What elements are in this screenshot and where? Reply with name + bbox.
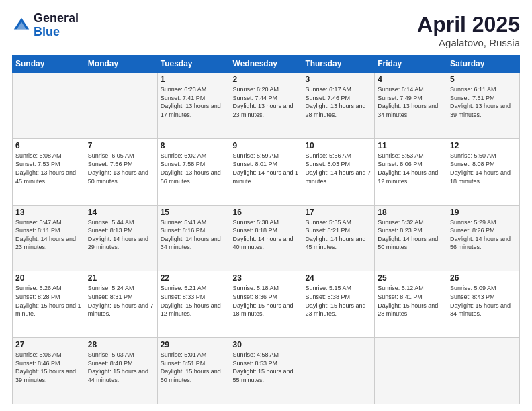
week-row-1: 1Sunrise: 6:23 AM Sunset: 7:41 PM Daylig… xyxy=(13,73,520,139)
day-number: 6 xyxy=(15,141,82,150)
day-number: 27 xyxy=(15,340,82,349)
day-info: Sunrise: 5:09 AM Sunset: 8:43 PM Dayligh… xyxy=(450,284,517,318)
calendar-cell: 13Sunrise: 5:47 AM Sunset: 8:11 PM Dayli… xyxy=(13,205,85,271)
day-info: Sunrise: 6:02 AM Sunset: 7:58 PM Dayligh… xyxy=(161,152,227,185)
calendar-cell xyxy=(375,338,447,404)
day-number: 29 xyxy=(161,340,227,349)
day-info: Sunrise: 5:03 AM Sunset: 8:48 PM Dayligh… xyxy=(88,351,154,384)
day-info: Sunrise: 6:05 AM Sunset: 7:56 PM Dayligh… xyxy=(88,152,154,185)
col-wednesday: Wednesday xyxy=(230,56,302,73)
calendar-cell xyxy=(302,338,375,404)
calendar-cell: 5Sunrise: 6:11 AM Sunset: 7:51 PM Daylig… xyxy=(447,73,520,139)
day-info: Sunrise: 5:06 AM Sunset: 8:46 PM Dayligh… xyxy=(15,351,82,384)
day-number: 16 xyxy=(233,208,300,217)
calendar-cell: 2Sunrise: 6:20 AM Sunset: 7:44 PM Daylig… xyxy=(230,73,302,139)
calendar-cell: 7Sunrise: 6:05 AM Sunset: 7:56 PM Daylig… xyxy=(85,138,157,205)
calendar-cell: 30Sunrise: 4:58 AM Sunset: 8:53 PM Dayli… xyxy=(230,338,302,404)
calendar-cell: 25Sunrise: 5:12 AM Sunset: 8:41 PM Dayli… xyxy=(375,271,447,338)
calendar-cell: 9Sunrise: 5:59 AM Sunset: 8:01 PM Daylig… xyxy=(230,138,302,205)
day-info: Sunrise: 5:26 AM Sunset: 8:28 PM Dayligh… xyxy=(15,284,82,318)
calendar-cell: 23Sunrise: 5:18 AM Sunset: 8:36 PM Dayli… xyxy=(230,271,302,338)
day-info: Sunrise: 6:23 AM Sunset: 7:41 PM Dayligh… xyxy=(161,85,227,119)
day-number: 8 xyxy=(161,141,227,150)
calendar-cell: 18Sunrise: 5:32 AM Sunset: 8:23 PM Dayli… xyxy=(375,205,447,271)
day-info: Sunrise: 5:12 AM Sunset: 8:41 PM Dayligh… xyxy=(378,284,444,318)
day-number: 19 xyxy=(450,208,517,217)
day-number: 2 xyxy=(233,75,300,84)
day-info: Sunrise: 6:08 AM Sunset: 7:53 PM Dayligh… xyxy=(15,152,82,185)
logo-general: General xyxy=(34,11,79,25)
page: General Blue April 2025 Agalatovo, Russi… xyxy=(0,0,532,411)
day-number: 14 xyxy=(88,208,154,217)
week-row-2: 6Sunrise: 6:08 AM Sunset: 7:53 PM Daylig… xyxy=(13,138,520,205)
calendar-header-row: Sunday Monday Tuesday Wednesday Thursday… xyxy=(13,56,520,73)
day-info: Sunrise: 5:24 AM Sunset: 8:31 PM Dayligh… xyxy=(88,284,154,318)
day-number: 28 xyxy=(88,340,154,349)
day-number: 11 xyxy=(378,141,444,150)
day-number: 5 xyxy=(450,75,517,84)
logo-icon xyxy=(12,16,31,35)
day-number: 10 xyxy=(305,141,371,150)
week-row-5: 27Sunrise: 5:06 AM Sunset: 8:46 PM Dayli… xyxy=(13,338,520,404)
calendar-cell: 11Sunrise: 5:53 AM Sunset: 8:06 PM Dayli… xyxy=(375,138,447,205)
day-info: Sunrise: 6:20 AM Sunset: 7:44 PM Dayligh… xyxy=(233,85,300,119)
calendar-cell: 21Sunrise: 5:24 AM Sunset: 8:31 PM Dayli… xyxy=(85,271,157,338)
calendar-cell: 26Sunrise: 5:09 AM Sunset: 8:43 PM Dayli… xyxy=(447,271,520,338)
day-info: Sunrise: 5:01 AM Sunset: 8:51 PM Dayligh… xyxy=(161,351,227,384)
calendar-cell: 24Sunrise: 5:15 AM Sunset: 8:38 PM Dayli… xyxy=(302,271,375,338)
logo: General Blue xyxy=(12,12,79,39)
day-number: 1 xyxy=(161,75,227,84)
location: Agalatovo, Russia xyxy=(417,37,520,48)
day-info: Sunrise: 5:50 AM Sunset: 8:08 PM Dayligh… xyxy=(450,152,517,185)
logo-text: General Blue xyxy=(34,12,79,39)
calendar-cell: 1Sunrise: 6:23 AM Sunset: 7:41 PM Daylig… xyxy=(157,73,230,139)
col-friday: Friday xyxy=(375,56,447,73)
day-info: Sunrise: 5:44 AM Sunset: 8:13 PM Dayligh… xyxy=(88,218,154,252)
calendar-cell: 29Sunrise: 5:01 AM Sunset: 8:51 PM Dayli… xyxy=(157,338,230,404)
calendar-cell: 10Sunrise: 5:56 AM Sunset: 8:03 PM Dayli… xyxy=(302,138,375,205)
logo-blue: Blue xyxy=(34,25,60,38)
col-thursday: Thursday xyxy=(302,56,375,73)
month-title: April 2025 xyxy=(417,12,520,37)
calendar-cell: 28Sunrise: 5:03 AM Sunset: 8:48 PM Dayli… xyxy=(85,338,157,404)
day-info: Sunrise: 5:21 AM Sunset: 8:33 PM Dayligh… xyxy=(161,284,227,318)
col-sunday: Sunday xyxy=(13,56,85,73)
calendar-cell: 12Sunrise: 5:50 AM Sunset: 8:08 PM Dayli… xyxy=(447,138,520,205)
week-row-4: 20Sunrise: 5:26 AM Sunset: 8:28 PM Dayli… xyxy=(13,271,520,338)
calendar-cell: 16Sunrise: 5:38 AM Sunset: 8:18 PM Dayli… xyxy=(230,205,302,271)
day-number: 26 xyxy=(450,273,517,283)
day-number: 21 xyxy=(88,273,154,283)
day-number: 3 xyxy=(305,75,371,84)
day-number: 15 xyxy=(161,208,227,217)
day-info: Sunrise: 5:59 AM Sunset: 8:01 PM Dayligh… xyxy=(233,152,300,185)
day-number: 12 xyxy=(450,141,517,150)
calendar-table: Sunday Monday Tuesday Wednesday Thursday… xyxy=(12,55,520,404)
week-row-3: 13Sunrise: 5:47 AM Sunset: 8:11 PM Dayli… xyxy=(13,205,520,271)
day-number: 17 xyxy=(305,208,371,217)
calendar-cell: 14Sunrise: 5:44 AM Sunset: 8:13 PM Dayli… xyxy=(85,205,157,271)
day-info: Sunrise: 5:53 AM Sunset: 8:06 PM Dayligh… xyxy=(378,152,444,185)
day-info: Sunrise: 5:32 AM Sunset: 8:23 PM Dayligh… xyxy=(378,218,444,252)
calendar-cell: 6Sunrise: 6:08 AM Sunset: 7:53 PM Daylig… xyxy=(13,138,85,205)
day-info: Sunrise: 5:38 AM Sunset: 8:18 PM Dayligh… xyxy=(233,218,300,252)
day-number: 24 xyxy=(305,273,371,283)
day-number: 7 xyxy=(88,141,154,150)
day-number: 30 xyxy=(233,340,300,349)
day-info: Sunrise: 6:17 AM Sunset: 7:46 PM Dayligh… xyxy=(305,85,371,119)
day-number: 9 xyxy=(233,141,300,150)
calendar-cell: 22Sunrise: 5:21 AM Sunset: 8:33 PM Dayli… xyxy=(157,271,230,338)
day-number: 22 xyxy=(161,273,227,283)
calendar-cell: 27Sunrise: 5:06 AM Sunset: 8:46 PM Dayli… xyxy=(13,338,85,404)
day-number: 25 xyxy=(378,273,444,283)
day-number: 13 xyxy=(15,208,82,217)
day-info: Sunrise: 5:41 AM Sunset: 8:16 PM Dayligh… xyxy=(161,218,227,252)
day-number: 4 xyxy=(378,75,444,84)
day-info: Sunrise: 5:35 AM Sunset: 8:21 PM Dayligh… xyxy=(305,218,371,252)
calendar-cell: 4Sunrise: 6:14 AM Sunset: 7:49 PM Daylig… xyxy=(375,73,447,139)
col-monday: Monday xyxy=(85,56,157,73)
day-info: Sunrise: 5:47 AM Sunset: 8:11 PM Dayligh… xyxy=(15,218,82,252)
day-info: Sunrise: 6:11 AM Sunset: 7:51 PM Dayligh… xyxy=(450,85,517,119)
calendar-cell: 20Sunrise: 5:26 AM Sunset: 8:28 PM Dayli… xyxy=(13,271,85,338)
day-info: Sunrise: 5:15 AM Sunset: 8:38 PM Dayligh… xyxy=(305,284,371,318)
calendar-cell: 15Sunrise: 5:41 AM Sunset: 8:16 PM Dayli… xyxy=(157,205,230,271)
